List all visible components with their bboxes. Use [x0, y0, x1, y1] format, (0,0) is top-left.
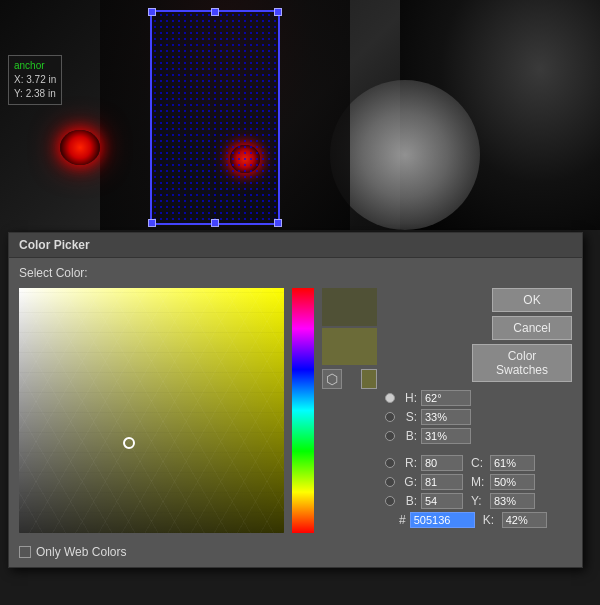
blue-input[interactable]: [421, 493, 463, 509]
controls-column: OK Cancel Color Swatches H: S:: [385, 288, 572, 531]
green-label: G:: [399, 475, 417, 489]
red-cyan-row: R: C:: [385, 455, 572, 471]
web-colors-label: Only Web Colors: [36, 545, 126, 559]
brightness-label: B:: [399, 429, 417, 443]
gradient-canvas[interactable]: [19, 288, 284, 533]
cyan-label: C:: [471, 456, 486, 470]
handle-top-left[interactable]: [148, 8, 156, 16]
k-input[interactable]: [502, 512, 547, 528]
rgb-cmyk-fields: R: C: G: M:: [385, 455, 572, 531]
hex-input[interactable]: [410, 512, 475, 528]
anchor-x: X: 3.72 in: [14, 73, 56, 87]
green-magenta-row: G: M:: [385, 474, 572, 490]
yellow-input[interactable]: [490, 493, 535, 509]
color-swatches-button[interactable]: Color Swatches: [472, 344, 572, 382]
web-colors-row: Only Web Colors: [19, 545, 572, 559]
green-input[interactable]: [421, 474, 463, 490]
magenta-label: M:: [471, 475, 486, 489]
k-label: K:: [483, 513, 498, 527]
selection-box[interactable]: [150, 10, 280, 225]
preview-column: ⬡: [322, 288, 377, 389]
hue-slider-container[interactable]: [292, 288, 314, 533]
blue-yellow-row: B: Y:: [385, 493, 572, 509]
red-radio[interactable]: [385, 458, 395, 468]
hue-field-row: H:: [385, 390, 572, 406]
handle-top-right[interactable]: [274, 8, 282, 16]
anchor-tooltip: anchor X: 3.72 in Y: 2.38 in: [8, 55, 62, 105]
anchor-title: anchor: [14, 59, 56, 73]
swatch-small-icon[interactable]: [361, 369, 377, 389]
creature-eye-left: [60, 130, 100, 165]
dialog-body: Select Color: ⬡: [9, 258, 582, 567]
handle-bottom-right[interactable]: [274, 219, 282, 227]
background-artwork: anchor X: 3.72 in Y: 2.38 in: [0, 0, 600, 230]
hue-slider[interactable]: [292, 288, 314, 533]
hue-label: H:: [399, 391, 417, 405]
brightness-input[interactable]: [421, 428, 471, 444]
magenta-input[interactable]: [490, 474, 535, 490]
blue-radio[interactable]: [385, 496, 395, 506]
cyan-input[interactable]: [490, 455, 535, 471]
handle-bottom-left[interactable]: [148, 219, 156, 227]
mosaic-overlay: [19, 288, 284, 533]
saturation-input[interactable]: [421, 409, 471, 425]
ok-button[interactable]: OK: [492, 288, 572, 312]
button-group: OK Cancel Color Swatches: [385, 288, 572, 382]
green-radio[interactable]: [385, 477, 395, 487]
select-color-label: Select Color:: [19, 266, 572, 280]
hue-radio[interactable]: [385, 393, 395, 403]
anchor-y: Y: 2.38 in: [14, 87, 56, 101]
swatch-old-color: [322, 328, 377, 365]
selection-dots: [152, 12, 278, 223]
swatch-new-color: [322, 288, 377, 326]
swatch-icons: ⬡: [322, 369, 377, 389]
saturation-field-row: S:: [385, 409, 572, 425]
dialog-title: Color Picker: [9, 233, 582, 258]
hsb-fields: H: S: B:: [385, 390, 572, 447]
web-colors-checkbox[interactable]: [19, 546, 31, 558]
cube-icon-button[interactable]: ⬡: [322, 369, 342, 389]
main-row: ⬡ OK Cancel Color Swatches H:: [19, 288, 572, 533]
hex-hash-label: #: [399, 513, 406, 527]
red-input[interactable]: [421, 455, 463, 471]
hue-input[interactable]: [421, 390, 471, 406]
brightness-radio[interactable]: [385, 431, 395, 441]
cancel-button[interactable]: Cancel: [492, 316, 572, 340]
red-label: R:: [399, 456, 417, 470]
handle-top-middle[interactable]: [211, 8, 219, 16]
fur-texture-white: [330, 80, 480, 230]
blue-label: B:: [399, 494, 417, 508]
brightness-field-row: B:: [385, 428, 572, 444]
saturation-label: S:: [399, 410, 417, 424]
color-picker-dialog: Color Picker Select Color: ⬡: [8, 232, 583, 568]
color-gradient-picker[interactable]: [19, 288, 284, 533]
handle-bottom-middle[interactable]: [211, 219, 219, 227]
hex-k-row: # K:: [385, 512, 572, 528]
saturation-radio[interactable]: [385, 412, 395, 422]
yellow-label: Y:: [471, 494, 486, 508]
